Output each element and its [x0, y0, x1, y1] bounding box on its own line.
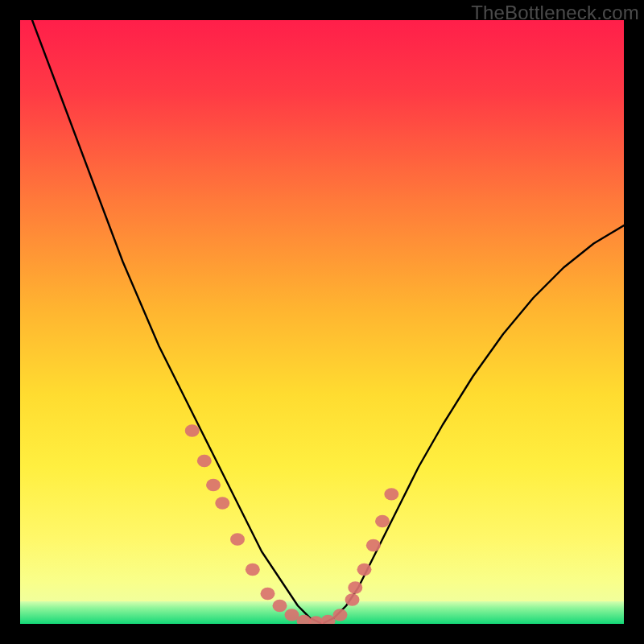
- curve-marker: [348, 581, 362, 593]
- curve-marker: [246, 564, 260, 576]
- curve-marker: [357, 564, 372, 576]
- curve-marker: [261, 588, 275, 600]
- curve-marker: [285, 609, 299, 621]
- chart-frame: TheBottleneck.com: [0, 0, 644, 644]
- plot-area: [20, 20, 624, 624]
- curve-marker: [273, 600, 287, 612]
- curve-marker: [215, 497, 229, 509]
- curve-marker: [333, 609, 348, 621]
- curve-marker: [384, 488, 398, 500]
- watermark-text: TheBottleneck.com: [471, 2, 639, 24]
- curve-marker: [375, 515, 390, 527]
- curve-marker: [366, 539, 381, 551]
- curve-marker: [345, 593, 360, 605]
- chart-svg: [20, 20, 624, 624]
- curve-marker: [185, 424, 200, 436]
- gradient-background: [20, 20, 624, 624]
- curve-marker: [206, 479, 221, 491]
- curve-marker: [197, 455, 212, 467]
- curve-marker: [230, 533, 245, 545]
